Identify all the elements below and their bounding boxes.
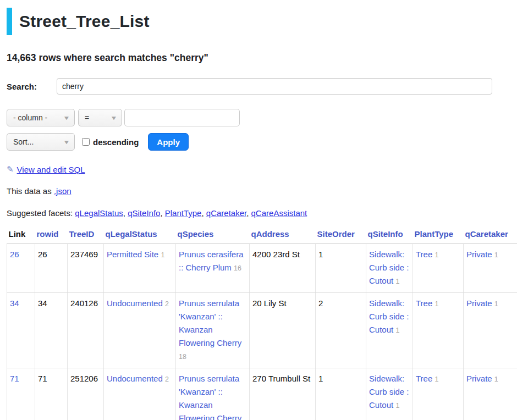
qaddress-cell: 270 Trumbull St — [250, 368, 316, 420]
facet-count: 2 — [165, 300, 169, 308]
filter-value-input[interactable] — [124, 109, 240, 126]
facet-count: 1 — [494, 251, 498, 259]
descending-label: descending — [93, 137, 139, 147]
search-row: Search: — [7, 78, 517, 95]
qsiteinfo-link[interactable]: Sidewalk: Curb side : Cutout — [369, 250, 409, 285]
treeid-cell: 237469 — [68, 244, 104, 293]
qspecies-link[interactable]: Prunus serrulata 'Kwanzan' :: Kwanzan Fl… — [179, 374, 241, 420]
facet-count: 1 — [395, 278, 399, 285]
results-table: Link rowid TreeID qLegalStatus qSpecies … — [7, 226, 517, 420]
qsiteinfo-link[interactable]: Sidewalk: Curb side : Cutout — [369, 299, 409, 334]
descending-checkbox[interactable] — [82, 138, 90, 146]
row-count-summary: 14,663 rows where search matches "cherry… — [7, 52, 517, 64]
header-row: Link rowid TreeID qLegalStatus qSpecies … — [7, 226, 517, 244]
facet-count: 1 — [435, 375, 438, 383]
page: Street_Tree_List 14,663 rows where searc… — [0, 0, 517, 420]
qspecies-link[interactable]: Prunus serrulata 'Kwanzan' :: Kwanzan Fl… — [179, 299, 241, 347]
row-link[interactable]: 26 — [10, 250, 19, 259]
chevron-down-icon: ▼ — [63, 139, 70, 145]
rowid-cell: 71 — [35, 368, 68, 420]
filter-row: - column - ▼ = ▼ — [7, 109, 517, 126]
sql-link-row: ✎ View and edit SQL — [7, 164, 517, 174]
facet-link-planttype[interactable]: PlantType — [165, 208, 202, 218]
facet-count: 1 — [395, 402, 399, 410]
planttype-link[interactable]: Tree — [416, 374, 432, 383]
qaddress-cell: 20 Lily St — [250, 293, 316, 368]
facet-link-qsiteinfo[interactable]: qSiteInfo — [128, 208, 160, 218]
treeid-cell: 251206 — [68, 368, 104, 420]
column-header-qcaretaker[interactable]: qCaretaker — [464, 226, 517, 244]
column-header-link: Link — [7, 226, 35, 244]
column-header-qspecies[interactable]: qSpecies — [176, 226, 250, 244]
column-header-qsiteinfo[interactable]: qSiteInfo — [366, 226, 413, 244]
facet-count: 1 — [435, 251, 438, 259]
table-row: 71 71 251206 Undocumented 2 Prunus serru… — [7, 368, 517, 420]
data-as-label: This data as — [7, 186, 52, 196]
json-link[interactable]: .json — [54, 186, 72, 196]
page-title: Street_Tree_List — [7, 8, 517, 35]
sort-select[interactable]: Sort... ▼ — [7, 133, 75, 151]
facet-count: 1 — [494, 300, 498, 308]
table-row: 34 34 240126 Undocumented 2 Prunus serru… — [7, 293, 517, 368]
facet-count: 1 — [494, 375, 498, 383]
operator-select[interactable]: = ▼ — [78, 109, 122, 126]
qaddress-cell: 4200 23rd St — [250, 244, 316, 293]
pencil-icon: ✎ — [7, 164, 14, 174]
qlegalstatus-link[interactable]: Undocumented — [107, 374, 163, 383]
facet-count: 2 — [165, 375, 169, 383]
facet-link-qcareassistant[interactable]: qCareAssistant — [251, 208, 307, 218]
view-edit-sql-link[interactable]: View and edit SQL — [17, 165, 85, 174]
suggested-facets-row: Suggested facets: qLegalStatus, qSiteInf… — [7, 208, 517, 218]
facet-count: 16 — [234, 264, 241, 272]
qlegalstatus-link[interactable]: Permitted Site — [107, 250, 158, 259]
chevron-down-icon: ▼ — [110, 115, 117, 121]
apply-button[interactable]: Apply — [148, 133, 189, 151]
facets-prefix: Suggested facets: — [7, 208, 73, 218]
facet-count: 1 — [435, 300, 438, 308]
facet-count: 1 — [395, 327, 399, 334]
table-row: 26 26 237469 Permitted Site 1 Prunus cer… — [7, 244, 517, 293]
search-input[interactable] — [57, 78, 492, 95]
column-header-qaddress[interactable]: qAddress — [250, 226, 316, 244]
rowid-cell: 26 — [35, 244, 68, 293]
siteorder-cell: 1 — [316, 244, 366, 293]
chevron-down-icon: ▼ — [63, 115, 70, 121]
qcaretaker-link[interactable]: Private — [466, 299, 492, 308]
siteorder-cell: 2 — [316, 293, 366, 368]
column-header-siteorder[interactable]: SiteOrder — [316, 226, 366, 244]
qcaretaker-link[interactable]: Private — [466, 374, 492, 383]
row-link[interactable]: 34 — [10, 299, 19, 308]
siteorder-cell: 1 — [316, 368, 366, 420]
column-header-planttype[interactable]: PlantType — [413, 226, 464, 244]
rowid-cell: 34 — [35, 293, 68, 368]
facet-link-qlegalstatus[interactable]: qLegalStatus — [75, 208, 123, 218]
sort-row: Sort... ▼ descending Apply — [7, 133, 517, 151]
column-select[interactable]: - column - ▼ — [7, 109, 75, 126]
qcaretaker-link[interactable]: Private — [466, 250, 492, 259]
search-label: Search: — [7, 82, 57, 91]
column-header-rowid[interactable]: rowid — [35, 226, 68, 244]
planttype-link[interactable]: Tree — [416, 250, 432, 259]
column-header-qlegalstatus[interactable]: qLegalStatus — [104, 226, 176, 244]
qlegalstatus-link[interactable]: Undocumented — [107, 299, 163, 308]
treeid-cell: 240126 — [68, 293, 104, 368]
column-header-treeid[interactable]: TreeID — [68, 226, 104, 244]
planttype-link[interactable]: Tree — [416, 299, 432, 308]
facet-count: 1 — [161, 251, 164, 259]
qsiteinfo-link[interactable]: Sidewalk: Curb side : Cutout — [369, 374, 409, 410]
row-link[interactable]: 71 — [10, 374, 19, 383]
facet-link-qcaretaker[interactable]: qCaretaker — [206, 208, 246, 218]
data-export-row: This data as .json — [7, 186, 517, 196]
facet-count: 18 — [179, 353, 186, 361]
